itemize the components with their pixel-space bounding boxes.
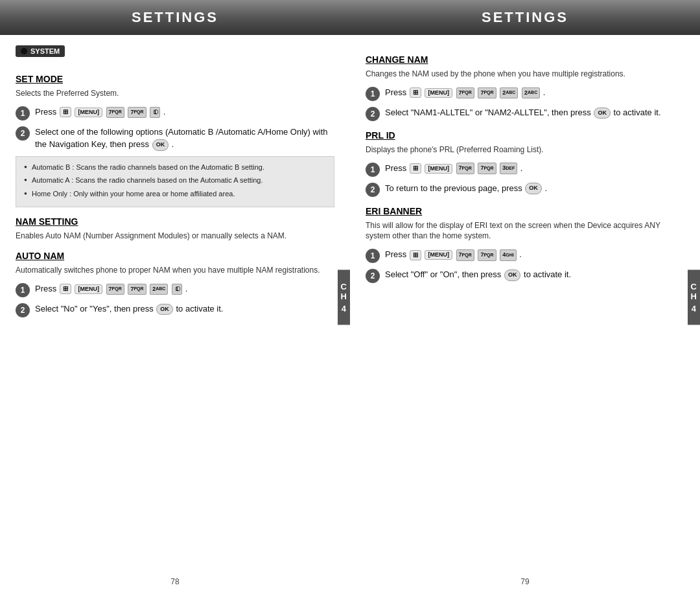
nam-setting-title: NAM SETTING: [16, 216, 334, 227]
eri-step1: 1 Press ⊞ [MENU] 7PQR 7PQR 4GHI .: [366, 248, 684, 263]
auto-nam-title: AUTO NAM: [16, 251, 334, 261]
key-1: 1⃝: [150, 107, 160, 119]
set-mode-step1: 1 Press ⊞ [MENU] 7PQR 7PQR 1⃝ .: [16, 106, 334, 120]
r2-key-3: 3DEF: [500, 163, 517, 174]
change-nam-section: CHANGE NAM Changes the NAM used by the p…: [366, 54, 684, 121]
menu-key-r1: [MENU]: [425, 88, 452, 98]
left-ch-label: C H 4: [338, 269, 350, 325]
ok-btn: OK: [152, 139, 169, 151]
key-1b: 1⃝: [172, 284, 182, 295]
eri-banner-section: ERI BANNER This will allow for the displ…: [366, 206, 684, 284]
left-page: SETTINGS SYSTEM SET MODE Selects the Pre…: [0, 0, 350, 594]
r3-key-7a: 7PQR: [456, 249, 474, 261]
right-header: SETTINGS: [350, 0, 700, 35]
change-nam-title: CHANGE NAM: [366, 54, 684, 65]
eri-step2: 2 Select "Off" or "On", then press OK to…: [366, 268, 684, 283]
prl-step1-circle: 1: [366, 163, 380, 177]
r1-key-2b: 2ABC: [522, 87, 540, 99]
right-title: SETTINGS: [363, 9, 687, 26]
r1-key-2a: 2ABC: [500, 87, 518, 99]
prl-id-title: PRL ID: [366, 130, 684, 141]
set-mode-step2: 2 Select one of the following options (A…: [16, 126, 334, 151]
eri-step2-circle: 2: [366, 269, 380, 283]
system-label: SYSTEM: [30, 47, 60, 55]
r2-key-7a: 7PQR: [456, 163, 474, 174]
info-box: Automatic B : Scans the radio channels b…: [16, 156, 334, 208]
change-nam-desc: Changes the NAM used by the phone when y…: [366, 69, 684, 80]
step1-period: .: [163, 107, 166, 117]
auto-nam-step1-text: Press ⊞ [MENU] 7PQR 7PQR 2ABC 1⃝ .: [35, 282, 334, 295]
ok-btn-2: OK: [156, 304, 173, 315]
menu-icon-r3: ⊞: [410, 250, 421, 260]
menu-icon-2: ⊞: [60, 284, 71, 294]
set-mode-title: SET MODE: [16, 74, 334, 84]
menu-icon-r1: ⊞: [410, 87, 421, 98]
auto-nam-step2: 2 Select "No" or "Yes", then press OK to…: [16, 303, 334, 317]
auto-nam-step2-text: Select "No" or "Yes", then press OK to a…: [35, 303, 334, 315]
left-content: SYSTEM SET MODE Selects the Preferred Sy…: [0, 35, 350, 572]
nam-setting-desc: Enables Auto NAM (Number Assignment Modu…: [16, 231, 334, 242]
set-mode-section: SET MODE Selects the Preferred System. 1…: [16, 74, 334, 207]
r3-key-7b: 7PQR: [478, 249, 496, 261]
r2-key-7b: 7PQR: [478, 163, 496, 174]
prl-step2: 2 To return to the previous page, press …: [366, 182, 684, 197]
menu-key-r3: [MENU]: [425, 250, 452, 260]
eri-banner-title: ERI BANNER: [366, 206, 684, 216]
right-page: SETTINGS CHANGE NAM Changes the NAM used…: [350, 0, 700, 594]
r1-key-7a: 7PQR: [456, 87, 474, 99]
bullet-list: Automatic B : Scans the radio channels b…: [24, 162, 326, 200]
prl-id-desc: Displays the phone's PRL (Preferred Roam…: [366, 144, 684, 155]
r3-key-4: 4GHI: [500, 249, 516, 261]
prl-step1: 1 Press ⊞ [MENU] 7PQR 7PQR 3DEF .: [366, 162, 684, 177]
set-mode-desc: Selects the Preferred System.: [16, 88, 334, 99]
step2-text: Select one of the following options (Aut…: [35, 126, 334, 151]
eri-step1-text: Press ⊞ [MENU] 7PQR 7PQR 4GHI .: [385, 248, 684, 261]
left-page-number: 78: [0, 572, 350, 594]
change-nam-step1: 1 Press ⊞ [MENU] 7PQR 7PQR 2ABC 2ABC .: [366, 86, 684, 101]
auto-nam-section: AUTO NAM Automatically switches phone to…: [16, 251, 334, 317]
left-header: SETTINGS: [0, 0, 350, 35]
eri-banner-desc: This will allow for the display of ERI t…: [366, 220, 684, 242]
prl-step2-text: To return to the previous page, press OK…: [385, 182, 684, 195]
left-ch-h: H: [341, 291, 347, 301]
prl-step1-text: Press ⊞ [MENU] 7PQR 7PQR 3DEF .: [385, 162, 684, 175]
change-nam-step1-text: Press ⊞ [MENU] 7PQR 7PQR 2ABC 2ABC .: [385, 86, 684, 99]
menu-key-r2: [MENU]: [425, 164, 452, 174]
auto-nam-step1: 1 Press ⊞ [MENU] 7PQR 7PQR 2ABC 1⃝ .: [16, 282, 334, 297]
bullet-3: Home Only : Only within your home area o…: [24, 188, 326, 200]
eri-step1-circle: 1: [366, 249, 380, 263]
left-title: SETTINGS: [13, 9, 337, 26]
left-ch-num: 4: [342, 303, 346, 313]
eri-step2-text: Select "Off" or "On", then press OK to a…: [385, 268, 684, 281]
bullet-1: Automatic B : Scans the radio channels b…: [24, 162, 326, 173]
right-ch-h: H: [691, 291, 697, 301]
change-nam-step2-text: Select "NAM1-ALLTEL" or "NAM2-ALLTEL", t…: [385, 106, 684, 119]
step1-text: Press ⊞ [MENU] 7PQR 7PQR 1⃝ .: [35, 106, 334, 119]
nam-setting-section: NAM SETTING Enables Auto NAM (Number Ass…: [16, 216, 334, 242]
system-badge: SYSTEM: [16, 45, 65, 57]
right-content: CHANGE NAM Changes the NAM used by the p…: [350, 35, 700, 572]
right-ch-num: 4: [692, 303, 696, 313]
auto-nam-step2-circle: 2: [16, 303, 30, 317]
menu-icon: ⊞: [60, 107, 71, 117]
auto-nam-desc: Automatically switches phone to proper N…: [16, 265, 334, 276]
system-dot: [21, 48, 27, 54]
key-7d: 7PQR: [128, 284, 146, 295]
ok-btn-r1: OK: [594, 108, 611, 119]
menu-key-2: [MENU]: [75, 284, 102, 294]
left-ch-text: C: [341, 281, 347, 291]
menu-key: [MENU]: [75, 108, 102, 117]
key-2a: 2ABC: [150, 284, 168, 295]
right-ch-c: C: [691, 281, 697, 291]
right-page-number: 79: [350, 572, 700, 594]
prl-step2-circle: 2: [366, 183, 380, 197]
auto-nam-step1-circle: 1: [16, 283, 30, 297]
step1-circle: 1: [16, 106, 30, 120]
key-7a: 7PQR: [106, 107, 124, 119]
menu-icon-r2: ⊞: [410, 163, 421, 174]
change-nam-step2: 2 Select "NAM1-ALLTEL" or "NAM2-ALLTEL",…: [366, 106, 684, 121]
r1-key-7b: 7PQR: [478, 87, 496, 99]
bullet-2: Automatic A : Scans the radio channels b…: [24, 175, 326, 186]
ok-btn-r3: OK: [504, 269, 521, 281]
key-7c: 7PQR: [106, 284, 124, 295]
